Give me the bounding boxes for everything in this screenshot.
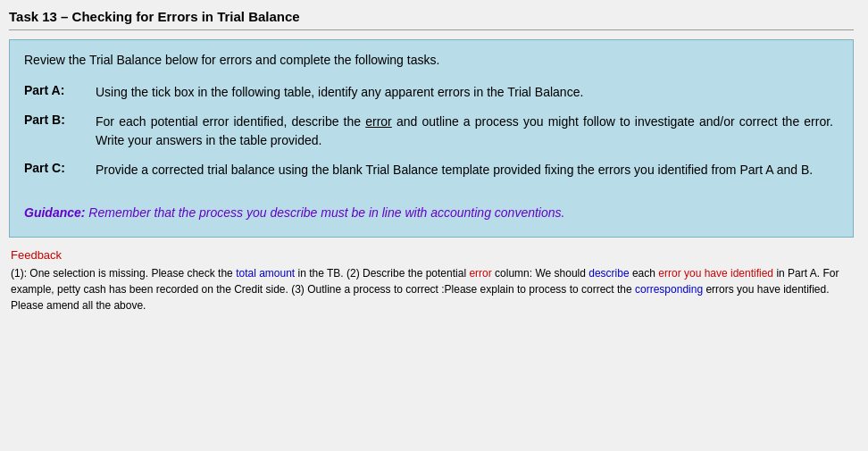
part-a-text: Using the tick box in the following tabl…	[96, 85, 583, 99]
part-c-label: Part C:	[24, 157, 96, 187]
part-b-label: Part B:	[24, 109, 96, 157]
part-b-underline-word: error	[365, 114, 392, 129]
parts-table: Part A: Using the tick box in the follow…	[24, 79, 839, 187]
part-b-text-before: For each potential error identified, des…	[96, 114, 365, 129]
part-a-row: Part A: Using the tick box in the follow…	[24, 79, 839, 109]
feedback-text: (1): One selection is missing. Please ch…	[11, 265, 852, 313]
part-c-text: Provide a corrected trial balance using …	[96, 163, 813, 177]
feedback-label: Feedback	[11, 248, 852, 262]
highlight-describe: describe	[588, 267, 629, 280]
guidance-label: Guidance:	[24, 205, 85, 220]
part-b-content: For each potential error identified, des…	[96, 109, 839, 157]
part-c-content: Provide a corrected trial balance using …	[96, 157, 839, 187]
feedback-section: Feedback (1): One selection is missing. …	[9, 248, 854, 313]
guidance-text: Remember that the process you describe m…	[85, 205, 564, 220]
highlight-error-col: error	[469, 267, 491, 280]
highlight-total-amount: total amount	[236, 267, 295, 280]
highlight-corresponding: corresponding	[635, 283, 703, 296]
part-a-content: Using the tick box in the following tabl…	[96, 79, 839, 109]
page-container: Task 13 – Checking for Errors in Trial B…	[0, 0, 868, 451]
content-box: Review the Trial Balance below for error…	[9, 39, 854, 238]
part-a-label: Part A:	[24, 79, 96, 109]
highlight-error-2: error you have identified	[658, 267, 773, 280]
part-b-row: Part B: For each potential error identif…	[24, 109, 839, 157]
part-c-row: Part C: Provide a corrected trial balanc…	[24, 157, 839, 187]
intro-text: Review the Trial Balance below for error…	[24, 53, 839, 67]
guidance-section: Guidance: Remember that the process you …	[24, 203, 839, 222]
task-title: Task 13 – Checking for Errors in Trial B…	[9, 9, 854, 30]
